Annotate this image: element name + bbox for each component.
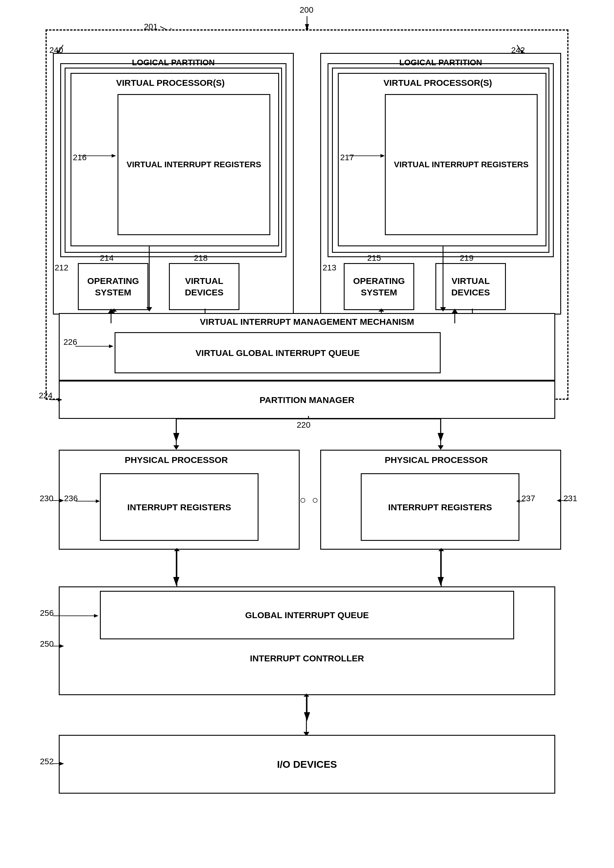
ir1-text: INTERRUPT REGISTERS [127,502,231,513]
vir1-text: VIRTUAL INTERRUPT REGISTERS [127,159,261,170]
vp2-title: VIRTUAL PROCESSOR(S) [350,77,526,89]
vp1-title: VIRTUAL PROCESSOR(S) [82,77,259,89]
svg-marker-83 [108,309,114,313]
arrow-240 [51,43,66,54]
ic-io-arrow [299,694,314,738]
arrow-231 [557,496,569,505]
arrow-237 [516,497,524,506]
ref-214: 214 [100,253,114,263]
arrow-236 [76,497,104,506]
svg-marker-39 [146,307,152,312]
arrow-226 [75,340,116,352]
io-text: I/O DEVICES [277,758,337,771]
svg-marker-41 [440,307,446,312]
diagram: 200 201 MEMORY 240 242 LOGICAL PARTITION… [0,0,614,868]
arrow-224 [51,394,62,406]
svg-marker-81 [452,309,458,313]
svg-marker-79 [60,762,64,766]
vir2-text: VIRTUAL INTERRUPT REGISTERS [394,159,529,170]
pp2-giq-arrow [434,548,449,592]
ref-212: 212 [55,263,68,272]
ir1-box: INTERRUPT REGISTERS [100,473,259,541]
ref-250: 250 [40,639,54,649]
svg-marker-58 [60,499,64,502]
vgiq-right-up [449,309,460,323]
vir1-box: VIRTUAL INTERRUPT REGISTERS [118,94,270,235]
ic-text: INTERRUPT CONTROLLER [176,652,438,664]
os2-box: OPERATING SYSTEM [344,263,414,310]
ir2-text: INTERRUPT REGISTERS [388,502,492,513]
ref-200: 200 [300,5,313,15]
svg-marker-76 [304,694,309,697]
giq-box: GLOBAL INTERRUPT QUEUE [100,591,514,639]
pp1-giq-arrow [169,548,184,592]
giq-text: GLOBAL INTERRUPT QUEUE [245,609,369,621]
svg-marker-64 [516,499,520,503]
vd1-box: VIRTUAL DEVICES [169,263,239,310]
svg-line-25 [59,45,63,52]
os1-text: OPERATING SYSTEM [79,275,147,298]
vp2-arrow [437,245,449,313]
svg-marker-48 [109,345,113,348]
ref-218: 218 [194,253,208,263]
io-box: I/O DEVICES [59,735,555,793]
svg-marker-43 [378,309,384,312]
arrow-242 [514,43,529,54]
svg-marker-72 [94,614,98,618]
arrow-256 [53,612,103,620]
svg-marker-53 [173,445,179,450]
ref-230: 230 [40,494,53,503]
svg-marker-30 [112,154,116,158]
vgiq-left-up [105,309,117,323]
pp1-title: PHYSICAL PROCESSOR [76,454,276,466]
ref-213: 213 [323,263,336,272]
ref-219: 219 [460,253,474,263]
svg-marker-55 [438,445,443,450]
vd1-text: VIRTUAL DEVICES [170,275,239,298]
os1-box: OPERATING SYSTEM [78,263,148,310]
vir2-box: VIRTUAL INTERRUPT REGISTERS [385,94,538,235]
pm-box: PARTITION MANAGER [59,380,555,419]
vgiq-text: VIRTUAL GLOBAL INTERRUPT QUEUE [196,347,360,359]
pm-text: PARTITION MANAGER [260,394,355,406]
arrow-252 [52,759,64,768]
arrow-250 [52,642,64,651]
svg-marker-66 [174,548,180,551]
arrow-217 [348,150,389,161]
ref-215: 215 [367,253,381,263]
vimm-title: VIRTUAL INTERRUPT MANAGEMENT MECHANISM [118,316,496,328]
svg-marker-62 [557,499,561,502]
pm-split-arrow [173,416,443,451]
arrow-230 [52,496,64,505]
svg-marker-69 [438,548,444,551]
vp1-arrow [143,245,155,313]
vgiq-box: VIRTUAL GLOBAL INTERRUPT QUEUE [115,332,441,373]
svg-marker-32 [380,154,385,158]
ref-252: 252 [40,757,54,766]
ref-256: 256 [40,609,54,618]
arrow-216 [79,150,121,161]
os2-text: OPERATING SYSTEM [344,275,413,298]
pp2-title: PHYSICAL PROCESSOR [336,454,536,466]
svg-marker-74 [60,644,64,648]
svg-marker-60 [96,499,100,503]
ir2-box: INTERRUPT REGISTERS [361,473,519,541]
svg-marker-50 [58,398,62,402]
